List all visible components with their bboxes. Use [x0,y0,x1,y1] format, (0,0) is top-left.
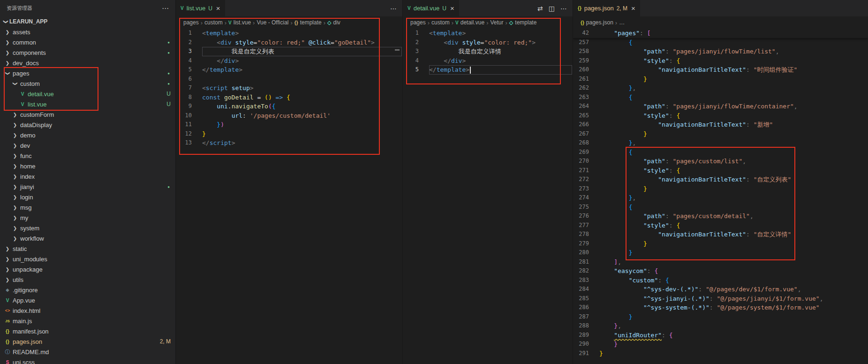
code-line[interactable]: 257 { [573,38,868,47]
code-line[interactable]: 270 "path": "pages/custom/list", [573,157,868,166]
tree-item-utils[interactable]: ❯utils [0,274,175,285]
code-line[interactable]: 4 </div> [176,56,402,66]
tab-detail-vue[interactable]: Vdetail.vueU× [403,0,460,16]
code-line[interactable]: 4 </div> [403,56,573,66]
breadcrumb-item[interactable]: {}template [294,19,322,26]
code-line[interactable]: 12} [176,129,402,139]
breadcrumb-item[interactable]: Vlist.vue [228,19,251,26]
code-line[interactable]: 274 }, [573,193,868,203]
code-line[interactable]: 263 { [573,93,868,102]
code-line[interactable]: 278 "navigationBarTitleText": "自定义详情" [573,230,868,239]
code-editor-pages-json[interactable]: 42 "pages": [257 {258 "path": "pages/jia… [573,29,868,364]
code-line[interactable]: 261 } [573,75,868,84]
breadcrumb-item[interactable]: ◇div [327,19,340,26]
code-line[interactable]: 276 "path": "pages/custom/detail", [573,212,868,221]
tree-item-README.md[interactable]: ⓘREADME.md [0,347,175,357]
tree-item-workflow[interactable]: ❯workflow [0,233,175,243]
code-line[interactable]: 269 { [573,148,868,157]
code-line[interactable]: 284 "^sys-dev-(.*)": "@/pages/dev/$1/for… [573,285,868,294]
tree-item-pages[interactable]: ❯pages● [0,68,175,78]
tree-item-static[interactable]: ❯static [0,243,175,254]
code-line[interactable]: 286 "^sys-system-(.*)": "@/pages/system/… [573,303,868,312]
tree-item-uni_modules[interactable]: ❯uni_modules [0,254,175,264]
breadcrumb-item[interactable]: pages [410,19,426,26]
code-line[interactable]: 282 "easycom": { [573,266,868,276]
tree-item-custom[interactable]: ❯custom● [0,78,175,89]
breadcrumb-item[interactable]: Vdetail.vue [455,19,484,26]
close-icon[interactable]: × [450,4,454,12]
tree-item-login[interactable]: ❯login [0,192,175,202]
breadcrumb-item[interactable]: custom [204,19,223,26]
code-line[interactable]: 290 } [573,340,868,349]
code-line[interactable]: 258 "path": "pages/jianyi/flowTime/list"… [573,47,868,56]
code-line[interactable]: 11 }) [176,120,402,129]
breadcrumb-item[interactable]: {}pages.json [581,19,613,26]
tab-list-vue[interactable]: Vlist.vueU× [176,0,226,16]
code-line[interactable]: 272 "navigationBarTitleText": "自定义列表" [573,175,868,184]
breadcrumb-item[interactable]: Vetur [490,19,503,26]
tree-item-system[interactable]: ❯system [0,223,175,233]
tab-pages-json[interactable]: {}pages.json2, M× [573,0,641,16]
code-editor-detail-vue[interactable]: 1<template>2 <div style="color: red;">3 … [403,29,573,364]
code-line[interactable]: 1<template> [176,29,402,38]
code-line[interactable]: 6 [176,75,402,84]
breadcrumb-item[interactable]: … [619,19,625,26]
code-line[interactable]: 288 }, [573,321,868,331]
tree-item-dev_docs[interactable]: ❯dev_docs [0,58,175,68]
tree-item-customForm[interactable]: ❯customForm [0,109,175,120]
code-line[interactable]: 259 "style": { [573,56,868,66]
tree-item-components[interactable]: ❯components● [0,47,175,58]
code-line[interactable]: 275 { [573,203,868,212]
breadcrumb-item[interactable]: pages [183,19,199,26]
tree-item-list.vue[interactable]: Vlist.vueU [0,99,175,109]
tree-item-demo[interactable]: ❯demo [0,130,175,140]
code-line[interactable]: 281 ], [573,258,868,267]
breadcrumb-item[interactable]: Vue - Official [257,19,288,26]
code-line[interactable]: 271 "style": { [573,166,868,175]
tree-item-msg[interactable]: ❯msg [0,202,175,212]
code-line[interactable]: 289 "uniIdRouter": { [573,331,868,340]
workspace-root-folder[interactable]: ❯ LEARUN_APP [0,16,175,27]
code-line[interactable]: 267 } [573,129,868,139]
code-line[interactable]: 265 "style": { [573,111,868,121]
tree-item-common[interactable]: ❯common● [0,37,175,47]
code-line[interactable]: 5</template> [176,65,402,75]
tree-item-main.js[interactable]: JSmain.js [0,316,175,326]
code-line[interactable]: 9 uni.navigateTo({ [176,102,402,111]
code-line[interactable]: 280 } [573,248,868,258]
tree-item-uni.scss[interactable]: Suni.scss [0,357,175,364]
tree-item-dataDisplay[interactable]: ❯dataDisplay [0,120,175,130]
tree-item-unpackage[interactable]: ❯unpackage [0,264,175,274]
code-line[interactable]: 42 "pages": [ [573,29,868,38]
code-line[interactable]: 277 "style": { [573,221,868,230]
split-editor-icon[interactable]: ◫ [549,5,555,12]
more-icon[interactable]: ⋯ [390,5,397,12]
tree-item-index.html[interactable]: <>index.html [0,305,175,316]
code-line[interactable]: 5</template> [403,65,573,75]
code-line[interactable]: 2 <div style="color: red;" @click="goDet… [176,38,402,47]
tree-item-App.vue[interactable]: VApp.vue [0,295,175,305]
tree-item-assets[interactable]: ❯assets [0,27,175,37]
tree-item-jianyi[interactable]: ❯jianyi● [0,182,175,192]
tree-item-.gitignore[interactable]: ◆.gitignore [0,285,175,295]
code-editor-list-vue[interactable]: 1<template>2 <div style="color: red;" @c… [176,29,402,364]
close-icon[interactable]: × [631,4,635,12]
tree-item-func[interactable]: ❯func [0,151,175,161]
tree-item-manifest.json[interactable]: {}manifest.json [0,326,175,336]
code-line[interactable]: 1<template> [403,29,573,38]
tree-item-pages.json[interactable]: {}pages.json2, M [0,336,175,347]
code-line[interactable]: 3 我是自定义列表 [176,47,402,56]
code-line[interactable]: 2 <div style="color: red;"> [403,38,573,47]
code-line[interactable]: 273 } [573,184,868,194]
breadcrumb-item[interactable]: custom [431,19,450,26]
breadcrumb-item[interactable]: ◇template [509,19,537,26]
explorer-more-actions-icon[interactable]: ⋯ [162,4,169,13]
code-line[interactable]: 291} [573,349,868,358]
tree-item-my[interactable]: ❯my [0,212,175,223]
code-line[interactable]: 8const goDetail = () => { [176,93,402,102]
code-line[interactable]: 279 } [573,239,868,249]
code-line[interactable]: 268 }, [573,138,868,148]
code-line[interactable]: 264 "path": "pages/jianyi/flowTime/conta… [573,102,868,111]
code-line[interactable]: 10 url: '/pages/custom/detail' [176,111,402,121]
code-line[interactable]: 283 "custom": { [573,276,868,285]
